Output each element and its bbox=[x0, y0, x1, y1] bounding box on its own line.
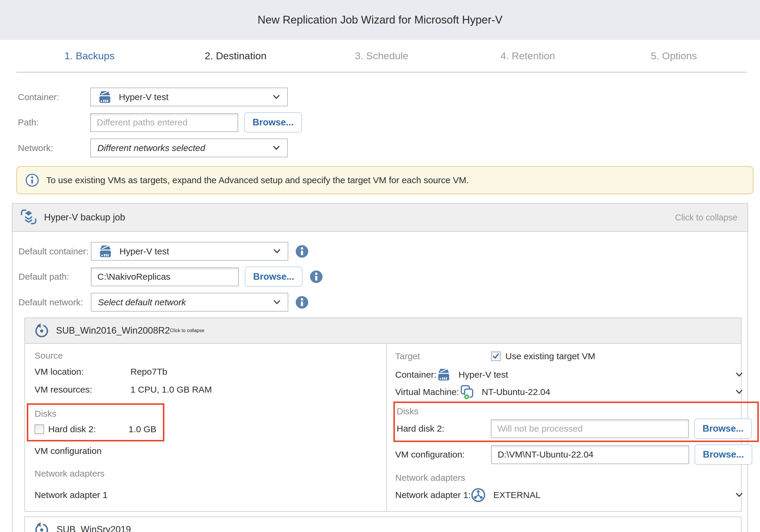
default-path-browse-button[interactable]: Browse... bbox=[245, 266, 303, 287]
target-container-row[interactable]: Container: Hyper-V test bbox=[395, 366, 752, 383]
vm-resources-row: VM resources: 1 CPU, 1.0 GB RAM bbox=[34, 384, 374, 396]
target-vm-configuration-label: VM configuration: bbox=[395, 450, 491, 459]
container-dropdown-value: Hyper-V test bbox=[119, 92, 168, 102]
target-heading-row: Target Use existing target VM bbox=[395, 350, 752, 362]
source-column: Source VM location: Repo7Tb VM resources… bbox=[25, 344, 386, 511]
hard-disk-checkbox[interactable] bbox=[34, 424, 44, 434]
backup-job-content: Default container: Hyper-V test Default … bbox=[13, 232, 747, 532]
target-network-adapter-value: EXTERNAL bbox=[493, 490, 540, 500]
target-network-adapter-row[interactable]: Network adapter 1: EXTERNAL bbox=[395, 487, 752, 504]
backup-job-title: Hyper-V backup job bbox=[44, 212, 125, 223]
default-network-row: Default network: Select default network bbox=[19, 293, 747, 312]
target-hard-disk-label: Hard disk 2: bbox=[397, 423, 491, 434]
target-vm-configuration-input[interactable] bbox=[491, 445, 689, 464]
target-heading: Target bbox=[395, 351, 491, 362]
target-hard-disk-row: Hard disk 2: Browse... bbox=[397, 418, 753, 439]
network-dropdown[interactable]: Different networks selected bbox=[90, 138, 288, 157]
destination-top-form: Container: Hyper-V test Path: Browse... … bbox=[18, 88, 760, 157]
use-existing-vm-label: Use existing target VM bbox=[505, 351, 595, 361]
collapse-hint: Click to collapse bbox=[675, 213, 737, 222]
hyperv-container-icon bbox=[436, 367, 451, 382]
collapse-hint: Click to collapse bbox=[170, 328, 205, 333]
target-virtual-machine-row[interactable]: Virtual Machine: NT-Ubuntu-22.04 bbox=[395, 384, 752, 400]
default-path-input[interactable] bbox=[91, 267, 239, 286]
target-column: Target Use existing target VM Container:… bbox=[386, 344, 760, 511]
default-container-dropdown-value: Hyper-V test bbox=[119, 246, 169, 257]
vm-section-header[interactable]: SUB_Win2016_Win2008R2 Click to collapse bbox=[25, 318, 741, 344]
path-input[interactable] bbox=[90, 113, 238, 132]
chevron-down-icon bbox=[736, 373, 743, 377]
window-title: New Replication Job Wizard for Microsoft… bbox=[258, 14, 502, 26]
chevron-down-icon bbox=[273, 95, 280, 99]
vm-location-label: VM location: bbox=[34, 367, 130, 377]
hyperv-container-icon bbox=[98, 244, 113, 259]
source-network-adapters-heading: Network adapters bbox=[34, 468, 374, 479]
default-path-label: Default path: bbox=[19, 272, 91, 282]
collapsed-vm-section[interactable]: SUB_WinSrv2019 bbox=[24, 516, 741, 532]
wizard-step-schedule: 3. Schedule bbox=[309, 50, 455, 62]
source-hard-disk-row: Hard disk 2: 1.0 GB bbox=[34, 423, 156, 436]
info-icon[interactable] bbox=[310, 270, 323, 283]
path-label: Path: bbox=[18, 118, 90, 127]
target-disks-highlight-box: Disks Hard disk 2: Browse... bbox=[393, 402, 759, 442]
default-container-dropdown[interactable]: Hyper-V test bbox=[91, 242, 288, 261]
default-network-dropdown-value: Select default network bbox=[98, 297, 186, 308]
source-disks-heading: Disks bbox=[34, 409, 156, 419]
target-container-label: Container: bbox=[395, 370, 436, 380]
network-adapter-icon bbox=[471, 487, 486, 503]
wizard-step-backups[interactable]: 1. Backups bbox=[16, 50, 163, 62]
default-path-row: Default path: Browse... bbox=[19, 266, 747, 287]
network-label: Network: bbox=[18, 143, 90, 153]
network-dropdown-value: Different networks selected bbox=[97, 143, 205, 153]
vm-subpanel: SUB_Win2016_Win2008R2 Click to collapse … bbox=[24, 317, 741, 512]
chevron-down-icon bbox=[736, 390, 743, 394]
backup-job-icon bbox=[20, 209, 37, 226]
wizard-step-options: 5. Options bbox=[601, 50, 747, 62]
vm-resources-label: VM resources: bbox=[34, 385, 130, 395]
source-network-adapter-label: Network adapter 1 bbox=[34, 490, 374, 501]
target-disks-heading: Disks bbox=[397, 406, 753, 417]
chevron-down-icon bbox=[736, 493, 743, 497]
source-target-columns: Source VM location: Repo7Tb VM resources… bbox=[25, 344, 741, 511]
target-hard-disk-browse-button[interactable]: Browse... bbox=[694, 418, 752, 439]
default-container-label: Default container: bbox=[19, 246, 91, 257]
vm-location-row: VM location: Repo7Tb bbox=[34, 366, 374, 378]
container-row: Container: Hyper-V test bbox=[18, 88, 760, 106]
container-dropdown[interactable]: Hyper-V test bbox=[90, 88, 288, 106]
hyperv-container-icon bbox=[97, 90, 112, 105]
info-banner-text: To use existing VMs as targets, expand t… bbox=[46, 175, 469, 185]
backup-job-section-header[interactable]: Hyper-V backup job Click to collapse bbox=[13, 204, 747, 232]
target-vm-configuration-row: VM configuration: Browse... bbox=[395, 444, 752, 465]
wizard-step-destination[interactable]: 2. Destination bbox=[163, 50, 309, 62]
target-virtual-machine-value: NT-Ubuntu-22.04 bbox=[482, 387, 550, 397]
vm-section-title: SUB_Win2016_Win2008R2 bbox=[56, 325, 170, 336]
default-container-row: Default container: Hyper-V test bbox=[19, 242, 747, 261]
path-row: Path: Browse... bbox=[18, 112, 760, 132]
replication-icon bbox=[34, 521, 49, 532]
source-hard-disk-size: 1.0 GB bbox=[129, 424, 156, 434]
network-row: Network: Different networks selected bbox=[18, 138, 760, 157]
info-icon[interactable] bbox=[295, 245, 309, 258]
chevron-down-icon bbox=[273, 300, 281, 305]
backup-job-panel: Hyper-V backup job Click to collapse Def… bbox=[12, 203, 748, 532]
target-container-value: Hyper-V test bbox=[458, 370, 508, 380]
target-network-adapters-heading: Network adapters bbox=[395, 472, 752, 483]
target-virtual-machine-label: Virtual Machine: bbox=[395, 387, 459, 397]
path-browse-button[interactable]: Browse... bbox=[244, 112, 302, 132]
wizard-step-retention: 4. Retention bbox=[455, 50, 601, 62]
wizard-steps: 1. Backups 2. Destination 3. Schedule 4.… bbox=[16, 40, 747, 73]
vm-resources-value: 1 CPU, 1.0 GB RAM bbox=[130, 385, 212, 395]
info-icon[interactable] bbox=[295, 296, 309, 309]
replication-wizard-window: New Replication Job Wizard for Microsoft… bbox=[0, 0, 760, 532]
source-heading: Source bbox=[34, 350, 374, 361]
default-network-dropdown[interactable]: Select default network bbox=[91, 293, 288, 312]
use-existing-vm-checkbox[interactable] bbox=[491, 352, 500, 361]
vm-location-value: Repo7Tb bbox=[130, 367, 167, 377]
target-hard-disk-input[interactable] bbox=[491, 419, 689, 438]
window-title-bar: New Replication Job Wizard for Microsoft… bbox=[0, 0, 760, 40]
replication-icon bbox=[34, 322, 49, 339]
chevron-down-icon bbox=[273, 249, 281, 254]
target-vm-configuration-browse-button[interactable]: Browse... bbox=[694, 444, 752, 465]
source-vm-configuration-label: VM configuration bbox=[34, 446, 374, 456]
source-hard-disk-label: Hard disk 2: bbox=[48, 424, 129, 434]
